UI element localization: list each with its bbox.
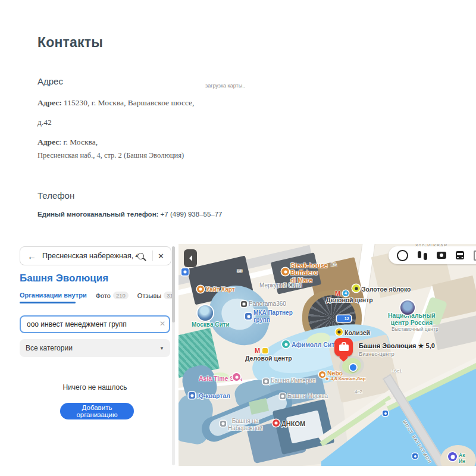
address-line-2: д.42 bbox=[37, 118, 52, 127]
organization-filter-input[interactable] bbox=[20, 315, 170, 333]
place-pin[interactable] bbox=[334, 338, 353, 356]
poi-label[interactable]: Уайт Харт bbox=[206, 286, 235, 293]
pier-icon[interactable] bbox=[383, 411, 388, 416]
pin-rating: ★ 5,0 bbox=[418, 342, 435, 349]
store-icon[interactable] bbox=[352, 284, 360, 292]
map-loading-text: загрузка карты.. bbox=[205, 83, 245, 89]
poi-label[interactable]: МКА Партнер групп bbox=[253, 309, 293, 324]
phone-heading: Телефон bbox=[37, 190, 74, 201]
tab-bar: Организации внутри Фото 210 Отзывы 313 О… bbox=[20, 292, 172, 306]
active-tab-underline bbox=[20, 302, 76, 303]
tab-reviews-label: Отзывы bbox=[137, 292, 161, 299]
building-number: 19 bbox=[237, 268, 242, 274]
address-line-3: Адрес: г. Москва, bbox=[37, 137, 98, 147]
address-line-4: Пресненская наб., 4, стр. 2 (Башня Эволю… bbox=[37, 151, 184, 160]
page-title: Контакты bbox=[37, 35, 103, 51]
address-label: Адрес: bbox=[37, 98, 62, 107]
phone-line: Единый многоканальный телефон: +7 (499) … bbox=[37, 211, 223, 218]
tab-organizations[interactable]: Организации внутри bbox=[20, 292, 87, 299]
collapse-panel-button[interactable] bbox=[184, 249, 197, 267]
metro-station-label[interactable]: Деловой центр bbox=[326, 296, 373, 303]
poi-label[interactable]: Panorama360 bbox=[249, 300, 286, 308]
map-canvas[interactable]: 806-И КВАР Steak-house Buffalero di Mare… bbox=[178, 244, 476, 466]
layers-icon[interactable] bbox=[474, 250, 476, 261]
national-center-photo[interactable] bbox=[400, 300, 415, 315]
category-select-value: Все категории bbox=[26, 344, 73, 352]
tab-photos[interactable]: Фото 210 bbox=[96, 292, 129, 299]
map-toolbar bbox=[389, 246, 476, 264]
address-label-2: Адрес bbox=[37, 137, 59, 146]
address-value: 115230, г. Москва, Варшавское шоссе, bbox=[64, 98, 194, 107]
venue-icon[interactable] bbox=[336, 328, 343, 336]
viewpoint-icon[interactable] bbox=[241, 301, 247, 307]
tower-icon bbox=[263, 378, 269, 384]
briefcase-icon bbox=[339, 345, 349, 351]
search-icon[interactable] bbox=[137, 253, 144, 259]
tab-photos-label: Фото bbox=[96, 292, 111, 299]
poi-sublabel: ★ 4,8 Кальян-бар bbox=[325, 376, 366, 381]
building-number: 4с2 bbox=[355, 389, 362, 394]
tab-reviews[interactable]: Отзывы 313 bbox=[137, 292, 172, 299]
tower-icon bbox=[280, 393, 286, 399]
mirrors-icon[interactable] bbox=[418, 251, 427, 260]
close-icon[interactable]: ✕ bbox=[158, 252, 164, 261]
building-number: 3А bbox=[331, 262, 337, 267]
office-icon[interactable] bbox=[189, 392, 195, 399]
office-icon[interactable] bbox=[245, 313, 252, 320]
poi-label[interactable]: IQ-квартал bbox=[197, 392, 230, 399]
pin-title-text: Башня Эволюция bbox=[359, 342, 416, 349]
clear-input-icon[interactable]: ✕ bbox=[159, 320, 165, 328]
poi-icon[interactable] bbox=[448, 452, 457, 461]
pin-subtitle: Бизнес-центр bbox=[359, 350, 394, 357]
bus-badge[interactable]: 12 bbox=[337, 315, 351, 322]
poi-label[interactable]: Steak-house Buffalero di Mare bbox=[290, 262, 327, 284]
map-search-bar[interactable]: ← Пресненская набережная, 4с2 ✕ bbox=[20, 246, 171, 265]
place-title: Башня Эволюция bbox=[20, 273, 108, 284]
restaurant-icon[interactable] bbox=[281, 268, 289, 275]
metro-icon[interactable]: М bbox=[255, 347, 260, 354]
add-organization-button[interactable]: Добавить организацию bbox=[60, 403, 134, 419]
address-heading: Адрес bbox=[37, 76, 63, 86]
metro-line-badge bbox=[262, 348, 268, 353]
metro-line-badge: 4 bbox=[343, 290, 349, 296]
lab-icon[interactable] bbox=[273, 419, 280, 427]
pier-icon[interactable] bbox=[412, 453, 418, 459]
photos-count-badge: 210 bbox=[113, 292, 129, 299]
back-arrow-icon[interactable]: ← bbox=[27, 251, 36, 261]
metro-station-label[interactable]: Деловой центр bbox=[245, 355, 292, 362]
spa-icon[interactable] bbox=[233, 373, 240, 381]
transit-stop-icon[interactable] bbox=[181, 268, 189, 275]
chevron-down-icon: ▼ bbox=[159, 346, 164, 351]
phone-number: +7 (499) 938–55–77 bbox=[161, 211, 223, 218]
pin-title[interactable]: Башня Эволюция ★ 5,0 bbox=[359, 342, 435, 350]
poi-label[interactable]: Золотое яблоко bbox=[362, 286, 411, 293]
district-label: Меркурий Сити bbox=[259, 282, 302, 289]
photo-icon[interactable] bbox=[437, 252, 447, 259]
phone-label: Единый многоканальный телефон: bbox=[37, 211, 158, 218]
building-number: 16с1 bbox=[392, 368, 402, 374]
moscow-city-photo[interactable] bbox=[198, 305, 213, 321]
panel-scrollbar-thumb[interactable] bbox=[172, 246, 175, 322]
panorama-icon[interactable] bbox=[397, 250, 408, 261]
poi-sublabel: Выставочный центр bbox=[392, 326, 439, 332]
category-select[interactable]: Все категории ▼ bbox=[20, 339, 170, 357]
tower-label: Башня на Набережной bbox=[228, 418, 262, 432]
address-value-2: : г. Москва, bbox=[59, 137, 98, 146]
user-location-dot bbox=[349, 363, 358, 372]
mall-icon[interactable] bbox=[282, 340, 290, 348]
pub-icon[interactable] bbox=[197, 286, 204, 293]
search-input[interactable]: Пресненская набережная, 4с2 bbox=[42, 252, 137, 260]
address-line-1: Адрес: 115230, г. Москва, Варшавское шос… bbox=[37, 98, 194, 108]
tower-icon bbox=[220, 421, 226, 427]
poi-label[interactable]: ДНКОМ bbox=[281, 420, 305, 428]
poi-label[interactable]: Афимолл Сити bbox=[292, 341, 339, 348]
district-label: Москва Сити bbox=[192, 321, 230, 328]
poi-label-partial: Ак Ин bbox=[459, 452, 465, 464]
tower-label: Башня Империя bbox=[271, 377, 315, 384]
empty-results-text: Ничего не нашлось bbox=[20, 383, 170, 392]
poi-label[interactable]: Колизей bbox=[345, 329, 370, 336]
reviews-count-badge: 313 bbox=[164, 292, 172, 299]
poi-label[interactable]: Национальный центр Россия bbox=[388, 312, 436, 327]
divider bbox=[152, 250, 153, 261]
transport-icon[interactable] bbox=[456, 251, 464, 259]
